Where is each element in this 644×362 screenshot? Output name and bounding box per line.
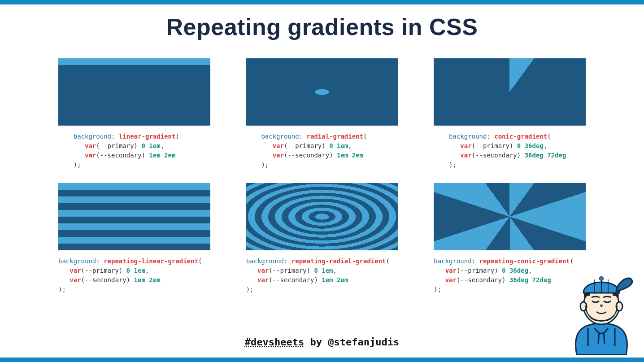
svg-point-2 (583, 287, 619, 324)
example-radial: background: radial-gradient( var(--prima… (246, 58, 398, 170)
example-repeating-radial: background: repeating-radial-gradient( v… (246, 183, 398, 294)
svg-point-5 (600, 277, 603, 280)
example-conic: background: conic-gradient( var(--primar… (434, 58, 586, 170)
preview-radial-gradient (246, 58, 398, 126)
example-repeating-conic: background: repeating-conic-gradient( va… (434, 183, 586, 294)
footer-handle: @stefanjudis (328, 336, 399, 348)
code-repeating-radial-gradient: background: repeating-radial-gradient( v… (246, 257, 398, 294)
preview-conic-gradient (434, 58, 586, 126)
preview-repeating-conic-gradient (434, 183, 586, 250)
example-repeating-linear: background: repeating-linear-gradient( v… (58, 183, 210, 294)
svg-point-4 (616, 302, 622, 311)
code-radial-gradient: background: radial-gradient( var(--prima… (246, 132, 398, 170)
footer-credit: #devsheets by @stefanjudis (0, 336, 644, 348)
examples-grid: background: linear-gradient( var(--prima… (58, 58, 586, 294)
code-repeating-linear-gradient: background: repeating-linear-gradient( v… (58, 257, 210, 294)
code-linear-gradient: background: linear-gradient( var(--prima… (58, 132, 210, 170)
preview-linear-gradient (58, 58, 210, 126)
footer-hashtag: #devsheets (245, 336, 304, 348)
code-conic-gradient: background: conic-gradient( var(--primar… (434, 132, 586, 170)
preview-repeating-radial-gradient (246, 183, 398, 250)
svg-point-3 (580, 302, 587, 311)
preview-repeating-linear-gradient (58, 183, 210, 250)
code-repeating-conic-gradient: background: repeating-conic-gradient( va… (434, 257, 586, 294)
page: Repeating gradients in CSS background: l… (0, 0, 644, 362)
page-title: Repeating gradients in CSS (58, 13, 586, 40)
example-linear: background: linear-gradient( var(--prima… (58, 58, 210, 170)
